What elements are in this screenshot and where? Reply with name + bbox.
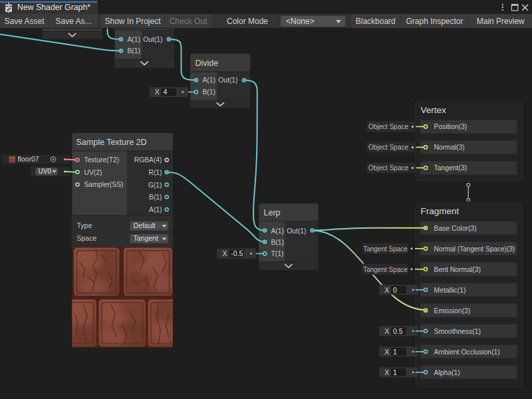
svg-text:Fragment: Fragment	[421, 206, 460, 216]
svg-text:4: 4	[164, 88, 168, 96]
svg-text:Default: Default	[134, 221, 156, 229]
svg-text:X: X	[155, 88, 160, 96]
svg-text:Type: Type	[77, 221, 92, 229]
svg-text:Object Space: Object Space	[368, 123, 408, 130]
svg-text:B(1): B(1)	[128, 47, 140, 55]
svg-text:X: X	[222, 249, 227, 257]
svg-text:-0.5: -0.5	[231, 249, 243, 257]
svg-text:Position(3): Position(3)	[434, 123, 467, 130]
svg-text:Vertex: Vertex	[421, 105, 447, 115]
svg-text:Lerp: Lerp	[264, 208, 281, 217]
svg-text:Out(1): Out(1)	[143, 36, 162, 43]
svg-text:A(1): A(1)	[128, 36, 140, 43]
svg-text:Alpha(1): Alpha(1)	[434, 369, 460, 376]
svg-text:Normal (Tangent Space)(3): Normal (Tangent Space)(3)	[434, 245, 515, 253]
svg-text:Ambient Occlusion(1): Ambient Occlusion(1)	[434, 348, 500, 356]
svg-text:Space: Space	[77, 234, 97, 242]
svg-text:Bent Normal(3): Bent Normal(3)	[434, 266, 481, 273]
svg-text:0: 0	[393, 286, 397, 294]
svg-text:floor07: floor07	[18, 155, 39, 163]
svg-text:Divide: Divide	[196, 59, 219, 68]
svg-text:X: X	[384, 348, 389, 356]
svg-text:Smoothness(1): Smoothness(1)	[434, 328, 481, 335]
svg-text:Tangent(3): Tangent(3)	[434, 164, 467, 172]
svg-text:Texture(T2): Texture(T2)	[84, 156, 120, 164]
svg-text:UV(2): UV(2)	[84, 169, 102, 176]
svg-text:Base Color(3): Base Color(3)	[434, 225, 477, 232]
svg-text:1: 1	[393, 368, 397, 376]
svg-text:UV0: UV0	[39, 168, 52, 175]
svg-text:G(1): G(1)	[148, 182, 162, 189]
svg-text:A(1): A(1)	[271, 227, 284, 235]
svg-text:Tangent: Tangent	[134, 234, 158, 242]
svg-text:1: 1	[393, 348, 397, 356]
svg-text:Out(1): Out(1)	[287, 227, 306, 235]
svg-text:RGBA(4): RGBA(4)	[134, 156, 162, 164]
svg-text:A(1): A(1)	[149, 206, 162, 213]
svg-text:0.5: 0.5	[393, 327, 403, 335]
svg-text:Normal(3): Normal(3)	[434, 144, 465, 151]
svg-text:X: X	[384, 286, 389, 294]
svg-text:Out(1): Out(1)	[218, 76, 237, 84]
svg-text:Sample Texture 2D: Sample Texture 2D	[76, 138, 147, 147]
svg-text:T(1): T(1)	[271, 250, 284, 257]
svg-text:Sampler(SS): Sampler(SS)	[84, 181, 124, 188]
svg-text:A(1): A(1)	[203, 76, 215, 84]
svg-text:X: X	[384, 368, 389, 376]
svg-text:Emission(3): Emission(3)	[434, 307, 471, 315]
svg-text:B(1): B(1)	[203, 88, 215, 96]
svg-text:Tangent Space: Tangent Space	[363, 266, 408, 273]
svg-text:B(1): B(1)	[149, 194, 162, 201]
svg-text:Metallic(1): Metallic(1)	[434, 287, 466, 294]
svg-text:Object Space: Object Space	[368, 144, 408, 151]
svg-text:Tangent Space: Tangent Space	[363, 245, 408, 253]
svg-text:Object Space: Object Space	[368, 164, 408, 172]
svg-text:X: X	[384, 327, 389, 335]
svg-text:B(1): B(1)	[271, 239, 284, 246]
svg-text:R(1): R(1)	[148, 169, 162, 176]
